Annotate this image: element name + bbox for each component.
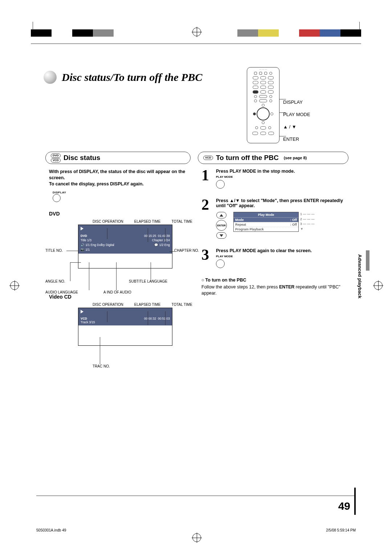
enter-button-icon: ENTER — [216, 220, 227, 231]
playmode-button-label: PLAY MODE — [216, 255, 347, 258]
registration-mark-icon — [374, 281, 383, 290]
section-title: Disc status — [64, 154, 100, 162]
label-title-no: TITLE NO. — [45, 249, 63, 253]
label-chapter-no: CHAPTER NO. — [174, 249, 200, 253]
step-2: 2 Press ▲/▼ to select "Mode", then press… — [201, 198, 347, 239]
see-page-ref: (see page 8) — [284, 156, 307, 160]
section-title: To turn off the PBC — [216, 154, 279, 162]
crop-mark — [33, 22, 33, 30]
page-number: 49 — [338, 500, 350, 512]
media-badge-icon: VCD — [203, 156, 213, 160]
playmode-button-label: PLAY MODE — [216, 175, 347, 178]
crop-mark — [359, 22, 360, 30]
remote-label-arrows: ▲ / ▼ — [283, 121, 310, 133]
label-trac-no: TRAC NO. — [93, 364, 110, 368]
footer-timestamp: 2/5/08 5:59:14 PM — [326, 528, 356, 532]
pbc-off-column: 1 Press PLAY MODE in the stop mode. PLAY… — [201, 169, 347, 296]
step-text: Press ▲/▼ to select "Mode", then press E… — [216, 198, 347, 208]
remote-label-display: DISPLAY — [283, 96, 310, 108]
step-number: 2 — [201, 198, 212, 239]
footer-filename: 50S0301A.indb 49 — [36, 528, 66, 532]
disc-status-column: With press of DISPLAY, the status of the… — [49, 169, 194, 346]
playmode-button-icon — [216, 180, 225, 189]
arrow-pad-icon: ENTER — [216, 212, 227, 239]
step-1: 1 Press PLAY MODE in the stop mode. PLAY… — [201, 169, 347, 189]
bullet-sphere-icon — [44, 71, 57, 84]
label-audio-lang: AUDIO LANGUAGE — [45, 290, 78, 294]
top-divider — [31, 44, 361, 44]
playmode-osd: Play Mode Mode: Off Repeat: Off Program … — [233, 212, 299, 232]
remote-labels: DISPLAY PLAY MODE ▲ / ▼ ENTER — [283, 96, 310, 145]
play-icon — [81, 310, 83, 313]
turn-on-pbc-body: Follow the above steps 12, then press EN… — [201, 284, 347, 296]
display-button-label: DISPLAY — [53, 191, 194, 194]
step-3: 3 Press PLAY MODE again to clear the scr… — [201, 248, 347, 268]
step-number: 3 — [201, 248, 212, 268]
playmode-side-list: 1 — — — 2 — — — 3 — — — ▼ — [300, 212, 315, 231]
intro-text: With press of DISPLAY, the status of the… — [49, 169, 194, 187]
vcd-subhead: Video CD — [49, 294, 194, 300]
play-icon — [81, 227, 83, 230]
dvd-osd-diagram: DISC OPERATION ELAPSED TIME TOTAL TIME D… — [49, 219, 194, 268]
section-header-pbc-off: VCD To turn off the PBC (see page 8) — [198, 152, 348, 164]
dvd-subhead: DVD — [49, 211, 194, 217]
display-button-icon — [53, 194, 61, 202]
page-title: Disc status/To turn off the PBC — [62, 71, 203, 83]
page-number-rule — [354, 488, 356, 515]
step-text: Press PLAY MODE again to clear the scree… — [216, 248, 347, 253]
label-kind-audio: A IND OF AUDIO — [103, 290, 131, 294]
registration-mark-icon — [10, 281, 19, 290]
label-disc-operation: DISC OPERATION — [93, 219, 123, 223]
remote-label-enter: ENTER — [283, 133, 310, 145]
turn-on-pbc-head: To turn on the PBC — [201, 278, 347, 283]
thumb-tab-marker — [366, 250, 369, 271]
label-angle-no: ANGLE NO. — [45, 279, 65, 283]
playmode-button-icon — [216, 259, 225, 268]
step-number: 1 — [201, 169, 212, 189]
registration-mark-icon — [192, 28, 201, 36]
side-tab-label: Advanced playback — [356, 252, 364, 325]
remote-label-playmode: PLAY MODE — [283, 108, 310, 121]
media-badge-icon: DVD VCD — [51, 153, 61, 163]
bottom-rule — [36, 496, 356, 496]
label-subtitle-lang: SUBTITLE LANGUAGE — [129, 279, 167, 283]
vcd-osd-diagram: DISC OPERATION ELAPSED TIME TOTAL TIME V… — [49, 303, 194, 346]
page-title-row: Disc status/To turn off the PBC — [44, 71, 203, 84]
section-header-disc-status: DVD VCD Disc status — [45, 152, 191, 164]
step-text: Press PLAY MODE in the stop mode. — [216, 169, 347, 174]
remote-diagram: — — — — [247, 67, 279, 143]
registration-mark-icon — [192, 533, 201, 542]
